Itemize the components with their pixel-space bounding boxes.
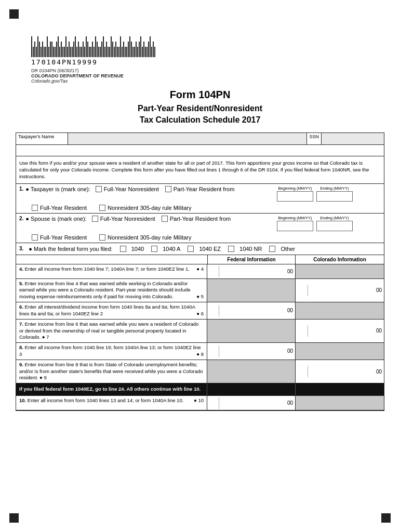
row9-colo-cents: 00 <box>376 369 382 375</box>
line1-beginning-label: Beginning (MM/YY) <box>278 186 312 191</box>
line3-checkbox3[interactable] <box>188 246 194 252</box>
barcode-area: (function(){ const arr = [3,1,2,1,3,2,1,… <box>31 36 384 84</box>
line2-checkbox1[interactable] <box>92 216 98 222</box>
line1-header-row: 1. ● Taxpayer is (mark one): Full-Year N… <box>19 186 381 202</box>
barcode-image: (function(){ const arr = [3,1,2,1,3,2,1,… <box>31 36 384 57</box>
line1-section: 1. ● Taxpayer is (mark one): Full-Year N… <box>16 184 384 214</box>
line1-option4: Nonresident 305-day rule Military <box>108 205 191 211</box>
line2-checkbox3[interactable] <box>32 234 38 241</box>
highlight-fed <box>207 383 296 395</box>
row9-line-num: 9. <box>19 362 23 367</box>
line1-row2: Full-Year Resident Nonresident 305-day r… <box>19 205 381 211</box>
row6-fed-cents: 00 <box>287 308 293 313</box>
line2-beginning-input[interactable] <box>277 221 313 231</box>
line3-row: 3. ● Mark the federal form you filed: 10… <box>16 243 384 255</box>
line3-checkbox5[interactable] <box>269 246 275 252</box>
line2-left: 2. ● Spouse is (mark one): Full-Year Non… <box>19 216 277 222</box>
row7-line-num: 7. <box>19 321 23 327</box>
line1-ending-label: Ending (MM/YY) <box>320 186 349 191</box>
row4-fed[interactable]: 00 <box>207 264 296 278</box>
row5-colo[interactable]: 00 <box>296 279 384 302</box>
line1-ending-col: Ending (MM/YY) <box>316 186 353 202</box>
ssn-field <box>322 133 384 144</box>
line3-checkbox2[interactable] <box>151 246 157 252</box>
row6-fed-input[interactable] <box>219 305 286 316</box>
line1-left: 1. ● Taxpayer is (mark one): Full-Year N… <box>19 186 277 192</box>
line1-option2: Part-Year Resident from <box>174 186 235 192</box>
instructions-text: Use this form if you and/or your spouse … <box>16 156 384 184</box>
row6-fed[interactable]: 00 <box>207 302 296 319</box>
table-row-highlighted: If you filed federal form 1040EZ, go to … <box>16 383 384 396</box>
row7-colo[interactable]: 00 <box>296 320 384 342</box>
line1-checkbox4[interactable] <box>99 205 105 211</box>
row8-fed-input[interactable] <box>219 345 286 357</box>
line2-ending-label: Ending (MM/YY) <box>320 216 349 220</box>
line1-number: 1. <box>19 186 23 192</box>
spacer-row <box>16 145 384 156</box>
row4-desc: 4. Enter all income from form 1040 line … <box>16 264 207 278</box>
form-id: DR 0104PN (06/30/17) <box>31 68 384 73</box>
row4-fed-input[interactable] <box>219 265 286 277</box>
row10-fed-input[interactable] <box>219 397 286 409</box>
highlight-desc: If you filed federal form 1040EZ, go to … <box>16 383 207 395</box>
row10-fed-cents: 00 <box>287 400 293 406</box>
line2-ending-input[interactable] <box>316 221 353 231</box>
taxpayer-name-label: Taxpayer's Name <box>16 133 68 144</box>
line2-checkbox4[interactable] <box>99 234 105 241</box>
row8-line-num: 8. <box>19 344 23 350</box>
row10-colo <box>296 396 384 410</box>
form-title: Form 104PN <box>16 89 384 101</box>
row5-bullet: ● 5 <box>196 294 204 300</box>
row9-colo-input[interactable] <box>308 366 375 377</box>
row10-desc: 10. Enter all income from form 1040 line… <box>16 396 207 410</box>
line1-checkbox3[interactable] <box>32 205 38 211</box>
line3-checkbox4[interactable] <box>228 246 234 252</box>
line2-number: 2. <box>19 216 23 221</box>
line3-option1: 1040 <box>131 246 144 252</box>
line1-checkbox2[interactable] <box>165 186 171 192</box>
table-row: 6. Enter all interest/dividend income fr… <box>16 302 384 320</box>
line1-checkbox1[interactable] <box>96 186 102 192</box>
row9-colo[interactable]: 00 <box>296 360 384 383</box>
line2-label: ● Spouse is (mark one): <box>25 216 86 222</box>
row10-fed[interactable]: 00 <box>207 396 296 410</box>
ssn-input[interactable] <box>322 133 384 144</box>
line3-number: 3. <box>19 246 23 251</box>
line3-checkbox1[interactable] <box>120 246 126 252</box>
line2-header-row: 2. ● Spouse is (mark one): Full-Year Non… <box>19 216 381 231</box>
corner-mark-br <box>381 513 391 523</box>
line2-checkbox2[interactable] <box>162 216 168 222</box>
line1-ending-input[interactable] <box>316 191 353 202</box>
line2-section: 2. ● Spouse is (mark one): Full-Year Non… <box>16 214 384 243</box>
row8-desc: 8. Enter all income from form 1040 line … <box>16 343 207 360</box>
row5-colo-cents: 00 <box>376 287 382 293</box>
row4-bullet: ● 4 <box>196 266 204 273</box>
table-row: 7. Enter income from line 6 that was ear… <box>16 320 384 343</box>
row7-colo-input[interactable] <box>308 325 375 337</box>
line2-beginning-col: Beginning (MM/YY) <box>277 216 313 231</box>
table-row: 10. Enter all income from form 1040 line… <box>16 396 384 410</box>
col-desc-header <box>16 255 207 264</box>
row5-colo-input[interactable] <box>308 285 375 296</box>
row10-bullet: ● 10 <box>194 397 204 404</box>
row9-fed <box>207 360 296 383</box>
highlight-colo <box>296 383 384 395</box>
ssn-label: SSN <box>307 133 322 144</box>
line2-option4: Nonresident 305-day rule Military <box>108 234 191 241</box>
row7-bullet: ● 7 <box>42 334 49 340</box>
row7-desc: 7. Enter income from line 6 that was ear… <box>16 320 207 342</box>
line3-option3: 1040 EZ <box>199 246 221 252</box>
row5-line-num: 5. <box>19 281 23 286</box>
row8-fed[interactable]: 00 <box>207 343 296 360</box>
table-row: 9. Enter income from line 8 that is from… <box>16 360 384 383</box>
row6-desc: 6. Enter all interest/dividend income fr… <box>16 302 207 319</box>
row4-fed-cents: 00 <box>287 269 293 274</box>
line1-date-section: Beginning (MM/YY) Ending (MM/YY) <box>277 186 381 202</box>
row8-colo <box>296 343 384 360</box>
taxpayer-name-input[interactable] <box>68 133 306 144</box>
line1-label: ● Taxpayer is (mark one): <box>25 186 90 192</box>
line1-option3: Full-Year Resident <box>40 205 87 211</box>
col-colorado-header: Colorado Information <box>296 255 384 264</box>
line3-option5: Other <box>281 246 295 252</box>
line1-beginning-input[interactable] <box>277 191 313 202</box>
